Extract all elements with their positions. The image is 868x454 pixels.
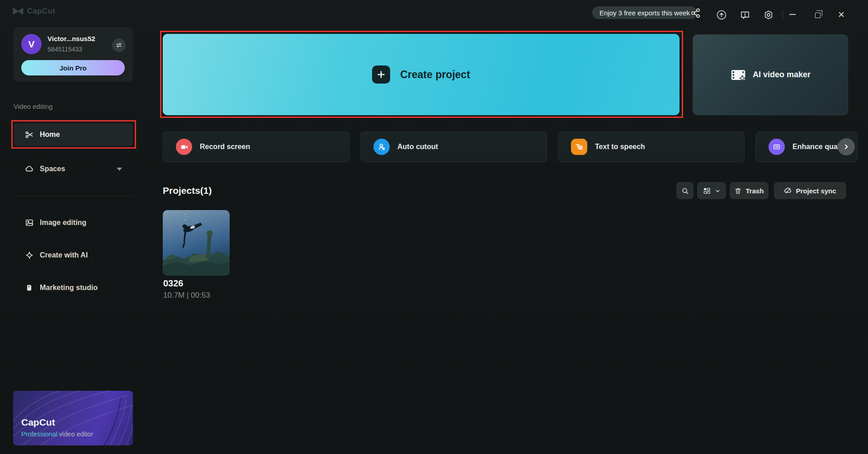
video-editing-section-label: Video editing	[14, 103, 52, 110]
spaces-dropdown-caret-icon[interactable]	[117, 168, 122, 171]
banner-subtitle: Professionalvideo editor	[21, 431, 93, 438]
sidebar-item-label: Spaces	[40, 165, 65, 173]
restore-icon	[815, 13, 821, 18]
switch-account-button[interactable]	[112, 38, 126, 52]
grid-view-icon	[703, 187, 711, 195]
create-project-label: Create project	[400, 69, 470, 81]
project-meta: 10.7M | 00:53	[163, 291, 210, 300]
trash-label: Trash	[745, 187, 764, 195]
text-to-speech-card[interactable]: Text to speech	[558, 131, 745, 162]
close-icon: ✕	[838, 10, 845, 19]
tag-icon	[25, 283, 34, 292]
profile-user-id: 5845115433	[47, 46, 82, 53]
feature-card-label: Text to speech	[595, 143, 645, 151]
banner-subtitle-accent: Professional	[21, 431, 57, 438]
minimize-button[interactable]	[786, 8, 799, 21]
profile-card: V Victor...nsus52 5845115433 Join Pro	[13, 27, 133, 82]
auto-cutout-card[interactable]: Auto cutout	[360, 131, 547, 162]
search-icon	[681, 187, 689, 195]
chevron-down-icon	[715, 188, 721, 194]
capcut-logo: CapCut	[13, 7, 55, 16]
banner-title: CapCut	[21, 417, 55, 428]
sparkle-icon	[25, 251, 34, 260]
banner-subtitle-rest: video editor	[59, 431, 93, 438]
topbar-divider	[783, 10, 783, 19]
hd-icon: HD	[769, 139, 785, 155]
join-pro-label: Join Pro	[59, 64, 86, 72]
project-thumbnail[interactable]	[163, 210, 230, 276]
capcut-promo-banner[interactable]: CapCut Professionalvideo editor	[13, 391, 133, 445]
ai-video-maker-label: AI video maker	[753, 70, 811, 80]
avatar[interactable]: V	[21, 34, 42, 54]
app-title: CapCut	[27, 7, 55, 16]
record-icon	[176, 139, 192, 155]
carousel-next-button[interactable]	[838, 138, 855, 155]
person-cutout-icon	[373, 139, 390, 155]
sidebar-item-label: Image editing	[40, 219, 86, 227]
settings-icon[interactable]	[763, 9, 774, 20]
chevron-right-icon	[843, 143, 850, 150]
scissors-icon	[25, 130, 34, 139]
project-thumbnail-image	[163, 210, 230, 276]
image-icon	[25, 218, 34, 227]
trash-icon	[734, 187, 742, 195]
plus-icon	[372, 66, 390, 84]
sidebar-item-spaces[interactable]: Spaces	[14, 158, 133, 180]
ai-video-maker-button[interactable]: AI video maker	[693, 34, 848, 115]
free-exports-badge[interactable]: Enjoy 3 free exports this week	[592, 6, 697, 19]
text-to-speech-icon	[571, 139, 587, 155]
record-screen-card[interactable]: Record screen	[163, 131, 349, 162]
cloud-sync-off-icon	[784, 187, 792, 195]
minimize-icon	[789, 14, 796, 15]
profile-username: Victor...nsus52	[47, 35, 95, 42]
cloud-icon	[25, 164, 34, 173]
join-pro-button[interactable]: Join Pro	[21, 60, 125, 75]
feedback-icon[interactable]	[740, 9, 750, 20]
capcut-window: CapCut Enjoy 3 free exports this week ✕ …	[0, 0, 868, 454]
view-mode-dropdown[interactable]	[697, 182, 726, 199]
swap-icon	[115, 42, 123, 49]
sidebar-divider	[13, 196, 133, 197]
sidebar-item-image-editing[interactable]: Image editing	[14, 211, 133, 234]
project-title: 0326	[163, 278, 184, 289]
restore-button[interactable]	[810, 8, 824, 21]
search-button[interactable]	[676, 182, 693, 199]
sidebar-item-home[interactable]: Home	[14, 123, 133, 146]
capcut-logo-icon	[13, 7, 24, 15]
create-project-button[interactable]: Create project	[163, 34, 679, 115]
sidebar-item-label: Home	[40, 131, 60, 139]
sidebar-item-create-with-ai[interactable]: Create with AI	[14, 244, 133, 267]
ai-video-maker-icon	[730, 67, 746, 83]
trash-button[interactable]: Trash	[730, 182, 769, 199]
feature-card-label: Auto cutout	[397, 143, 438, 151]
sidebar-item-label: Create with AI	[40, 251, 88, 259]
svg-text:HD: HD	[775, 145, 778, 148]
mouse-cursor-icon	[690, 8, 701, 19]
free-exports-badge-label: Enjoy 3 free exports this week	[599, 9, 690, 17]
sidebar-item-label: Marketing studio	[40, 284, 98, 292]
sidebar-item-marketing-studio[interactable]: Marketing studio	[14, 276, 133, 299]
close-button[interactable]: ✕	[835, 8, 848, 21]
feature-card-label: Record screen	[200, 143, 250, 151]
project-sync-label: Project sync	[796, 187, 836, 195]
projects-header: Projects(1)	[163, 185, 212, 196]
export-upload-icon[interactable]	[716, 9, 727, 20]
project-sync-button[interactable]: Project sync	[774, 182, 846, 199]
